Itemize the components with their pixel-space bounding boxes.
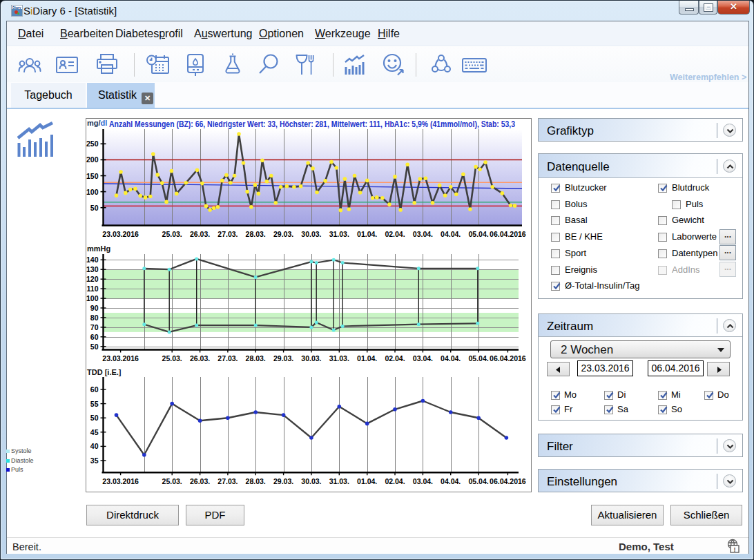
svg-text:30.03.: 30.03. bbox=[301, 354, 321, 363]
svg-text:26.03.: 26.03. bbox=[190, 354, 210, 363]
svg-text:05.04.: 05.04. bbox=[468, 477, 488, 485]
svg-text:28.03.: 28.03. bbox=[246, 477, 266, 485]
svg-text:27.03.: 27.03. bbox=[218, 354, 238, 363]
svg-text:01.04.: 01.04. bbox=[357, 354, 377, 363]
svg-text:30.03.: 30.03. bbox=[301, 477, 321, 485]
svg-text:mg/dl: mg/dl bbox=[87, 119, 107, 127]
svg-text:23.03.2016: 23.03.2016 bbox=[102, 477, 139, 485]
svg-text:200: 200 bbox=[86, 155, 99, 164]
svg-text:03.04.: 03.04. bbox=[413, 477, 433, 485]
svg-text:29.03.: 29.03. bbox=[273, 230, 293, 238]
svg-text:02.04.: 02.04. bbox=[385, 230, 405, 238]
svg-text:31.03.: 31.03. bbox=[329, 354, 349, 363]
svg-text:05.04.: 05.04. bbox=[468, 230, 488, 238]
svg-text:100: 100 bbox=[86, 188, 99, 196]
svg-text:50: 50 bbox=[90, 414, 99, 422]
svg-text:06.04.2016: 06.04.2016 bbox=[490, 477, 526, 485]
svg-text:28.03.: 28.03. bbox=[246, 354, 266, 363]
svg-text:04.04.: 04.04. bbox=[441, 230, 461, 238]
svg-text:60: 60 bbox=[90, 333, 99, 341]
svg-text:50: 50 bbox=[90, 342, 99, 351]
svg-text:29.03.: 29.03. bbox=[273, 354, 293, 363]
svg-text:25.03.: 25.03. bbox=[162, 354, 182, 363]
svg-text:100: 100 bbox=[86, 294, 99, 302]
svg-text:31.03.: 31.03. bbox=[329, 477, 349, 485]
svg-text:01.04.: 01.04. bbox=[357, 477, 377, 485]
svg-text:05.04.: 05.04. bbox=[468, 354, 488, 363]
svg-text:45: 45 bbox=[90, 428, 99, 436]
svg-text:27.03.: 27.03. bbox=[218, 477, 238, 485]
svg-text:02.04.: 02.04. bbox=[385, 354, 405, 363]
svg-text:23.03.2016: 23.03.2016 bbox=[102, 230, 139, 238]
svg-text:50: 50 bbox=[90, 204, 99, 212]
svg-text:25.03.: 25.03. bbox=[162, 230, 182, 238]
svg-text:03.04.: 03.04. bbox=[413, 230, 433, 238]
svg-text:40: 40 bbox=[90, 442, 99, 450]
svg-text:120: 120 bbox=[86, 275, 99, 283]
svg-text:25.03.: 25.03. bbox=[162, 477, 182, 485]
svg-text:06.04.2016: 06.04.2016 bbox=[490, 354, 526, 363]
svg-text:55: 55 bbox=[90, 400, 99, 408]
svg-text:70: 70 bbox=[90, 323, 99, 331]
svg-text:27.03.: 27.03. bbox=[218, 230, 238, 238]
svg-text:35: 35 bbox=[90, 456, 99, 465]
svg-text:90: 90 bbox=[90, 304, 99, 312]
svg-text:28.03.: 28.03. bbox=[246, 230, 266, 238]
svg-text:250: 250 bbox=[86, 139, 99, 148]
svg-text:80: 80 bbox=[90, 313, 99, 322]
svg-text:04.04.: 04.04. bbox=[441, 354, 461, 363]
svg-text:140: 140 bbox=[86, 255, 99, 264]
svg-text:150: 150 bbox=[86, 172, 99, 180]
svg-text:60: 60 bbox=[90, 385, 99, 394]
svg-text:110: 110 bbox=[87, 284, 99, 293]
svg-text:TDD [i.E.]: TDD [i.E.] bbox=[87, 368, 122, 376]
svg-text:Anzahl Messungen (BZ): 66, Nie: Anzahl Messungen (BZ): 66, Niedrigster W… bbox=[109, 119, 515, 129]
svg-text:23.03.2016: 23.03.2016 bbox=[102, 354, 139, 363]
svg-text:31.03.: 31.03. bbox=[329, 230, 349, 238]
svg-text:130: 130 bbox=[86, 265, 99, 273]
svg-text:03.04.: 03.04. bbox=[413, 354, 433, 363]
svg-text:!: ! bbox=[734, 546, 736, 553]
svg-text:30.03.: 30.03. bbox=[301, 230, 321, 238]
svg-text:06.04.2016: 06.04.2016 bbox=[490, 230, 526, 238]
svg-text:26.03.: 26.03. bbox=[190, 477, 210, 485]
svg-text:02.04.: 02.04. bbox=[385, 477, 405, 485]
svg-text:26.03.: 26.03. bbox=[190, 230, 210, 238]
svg-text:mmHg: mmHg bbox=[87, 244, 110, 253]
svg-text:04.04.: 04.04. bbox=[441, 477, 461, 485]
svg-text:01.04.: 01.04. bbox=[357, 230, 377, 238]
svg-text:29.03.: 29.03. bbox=[273, 477, 293, 485]
